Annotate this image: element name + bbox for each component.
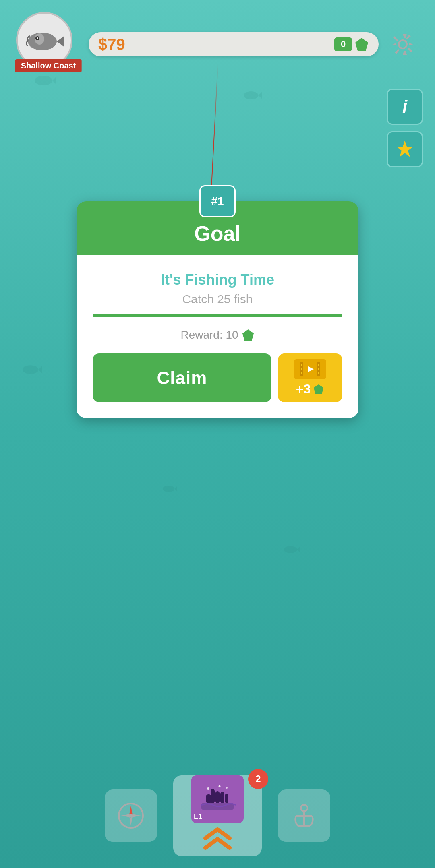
- goal-description: Catch 25 fish: [93, 292, 342, 306]
- header: Shallow Coast $79 0: [0, 12, 435, 76]
- goal-progress-fill: [93, 314, 342, 317]
- fish-avatar-icon: [24, 24, 64, 56]
- svg-marker-1: [52, 76, 56, 85]
- anchor-button[interactable]: [278, 789, 330, 842]
- svg-marker-11: [297, 547, 300, 553]
- gear-icon: [391, 32, 415, 56]
- card-level: L1: [194, 813, 202, 821]
- ocean-background: [0, 0, 435, 868]
- svg-marker-19: [396, 141, 413, 157]
- svg-rect-28: [318, 368, 319, 370]
- goal-title: Goal: [89, 221, 346, 246]
- video-play-icon: [300, 362, 320, 376]
- svg-marker-7: [39, 366, 42, 373]
- star-icon: [394, 139, 415, 160]
- gem-badge: 0: [334, 37, 352, 51]
- svg-marker-20: [242, 329, 254, 341]
- svg-point-8: [163, 486, 174, 492]
- svg-point-15: [37, 37, 38, 39]
- bg-fish-4: [20, 362, 42, 377]
- svg-rect-26: [301, 372, 302, 374]
- settings-button[interactable]: [387, 28, 419, 60]
- goal-subtitle: It's Fishing Time: [93, 271, 342, 288]
- bg-fish-5: [161, 483, 177, 494]
- bg-fish-2: [242, 89, 262, 102]
- money-bar: $79 0: [89, 32, 379, 56]
- svg-rect-25: [301, 368, 302, 370]
- bottom-bar: 2 L1: [0, 775, 435, 856]
- claim-button[interactable]: Claim: [93, 353, 271, 402]
- svg-rect-43: [206, 794, 211, 803]
- avatar-container: Shallow Coast: [16, 12, 81, 76]
- goal-reward: Reward: 10: [93, 329, 342, 341]
- chevron-single-up: [201, 836, 234, 852]
- svg-rect-40: [215, 791, 220, 803]
- svg-rect-42: [225, 794, 228, 803]
- svg-marker-31: [314, 384, 323, 394]
- card-art-icon: [199, 783, 236, 815]
- goal-actions: Claim: [93, 353, 342, 402]
- film-strip-icon: [294, 359, 326, 379]
- money-amount: $79: [98, 35, 125, 54]
- svg-marker-9: [174, 486, 177, 491]
- card-preview: L1: [191, 775, 244, 823]
- goal-card-body: It's Fishing Time Catch 25 fish Reward: …: [77, 255, 358, 418]
- goal-number-tag: #1: [199, 185, 236, 217]
- compass-button[interactable]: [105, 789, 157, 842]
- info-icon: i: [402, 97, 407, 117]
- notification-badge: 2: [248, 769, 268, 789]
- info-button[interactable]: i: [387, 89, 423, 125]
- watch-ad-reward: +3: [296, 382, 324, 397]
- svg-point-10: [284, 546, 297, 553]
- svg-rect-29: [318, 372, 319, 374]
- svg-point-45: [226, 787, 228, 789]
- svg-point-6: [23, 365, 39, 374]
- svg-point-33: [129, 814, 133, 817]
- svg-point-18: [399, 40, 407, 48]
- compass-icon: [117, 802, 145, 830]
- svg-marker-34: [129, 806, 133, 815]
- svg-point-47: [301, 805, 307, 811]
- location-badge: Shallow Coast: [15, 59, 82, 72]
- anchor-icon: [290, 802, 318, 830]
- chevron-up-icon: [201, 826, 234, 852]
- svg-marker-36: [121, 814, 130, 817]
- goal-progress-bar: [93, 314, 342, 317]
- svg-marker-37: [132, 814, 141, 817]
- svg-marker-3: [259, 92, 262, 99]
- svg-rect-27: [318, 364, 319, 366]
- svg-point-0: [35, 76, 52, 85]
- svg-rect-41: [220, 792, 224, 803]
- card-button[interactable]: 2 L1: [173, 775, 262, 856]
- bonus-gem-icon: [313, 384, 324, 395]
- svg-rect-24: [301, 364, 302, 366]
- achievements-button[interactable]: [387, 131, 423, 167]
- svg-marker-35: [129, 816, 133, 826]
- reward-gem-icon: [242, 329, 255, 341]
- goal-card: Goal It's Fishing Time Catch 25 fish Rew…: [77, 201, 358, 418]
- svg-point-2: [244, 91, 259, 99]
- watch-ad-button[interactable]: +3: [278, 353, 342, 402]
- svg-point-46: [219, 785, 221, 787]
- side-buttons: i: [387, 89, 423, 167]
- gem-icon-header: [354, 37, 369, 52]
- svg-marker-17: [355, 38, 368, 51]
- svg-marker-16: [57, 36, 64, 47]
- svg-point-44: [207, 787, 209, 790]
- bg-fish-6: [282, 544, 300, 556]
- gem-count: 0: [334, 37, 369, 52]
